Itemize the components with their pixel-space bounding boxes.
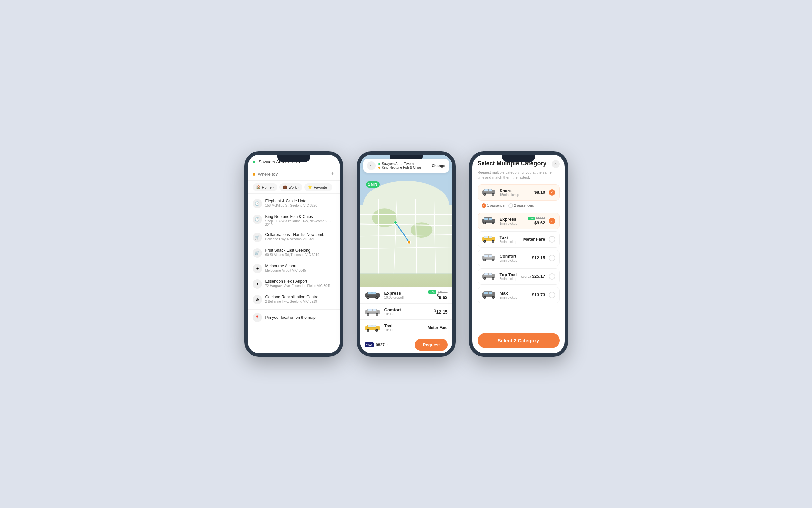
svg-point-30 — [376, 313, 378, 315]
map-svg — [360, 155, 452, 287]
svg-rect-49 — [484, 218, 488, 220]
favorite-arrow: › — [328, 185, 329, 189]
loc-info-4: Melbourne Airport Melbourne Airport VIC … — [266, 264, 306, 272]
svg-point-38 — [376, 330, 377, 331]
search-input[interactable] — [258, 172, 329, 177]
share-checkbox[interactable]: ✓ — [548, 189, 555, 196]
add-button[interactable]: + — [331, 171, 335, 178]
nav-work-label: Work — [288, 185, 297, 189]
search-row[interactable]: + — [247, 168, 340, 180]
category-express[interactable]: Express 1min pickup -5% $10.13 $9.62 ✓ — [478, 213, 560, 229]
eta-badge: 1 MIN — [366, 181, 380, 187]
back-button[interactable]: ← — [367, 161, 376, 170]
category-subtitle: Request multiple category for you at the… — [478, 170, 560, 180]
category-comfort[interactable]: Comfort 3min pickup $12.15 — [478, 250, 560, 266]
express-cat-name: Express — [500, 217, 525, 222]
svg-point-62 — [492, 241, 494, 242]
svg-rect-50 — [489, 218, 492, 220]
list-item[interactable]: 🛒 Fruit Shack East Geelong 60 St Albans … — [247, 245, 340, 261]
category-top-taxi[interactable]: Top Taxi 5min pickup Approx $25.17 — [478, 268, 560, 285]
comfort-car-icon — [365, 307, 381, 316]
nav-home[interactable]: 🏠 Home › — [253, 183, 277, 191]
svg-point-22 — [376, 297, 377, 298]
comfort-time: 10:05 — [384, 312, 431, 316]
route-header-card: ← Sawyers Arms Tavern King Neptune Fish … — [363, 159, 449, 173]
pass-opt-2[interactable]: 2 passengers — [508, 203, 534, 208]
screen-2: ← Sawyers Arms Tavern King Neptune Fish … — [360, 155, 452, 353]
svg-point-28 — [368, 313, 369, 315]
loc-addr-3: 60 St Albans Rd, Thomson VIC 3219 — [266, 253, 319, 257]
category-taxi[interactable]: Taxi 5min pickup Meter Fare — [478, 231, 560, 248]
svg-rect-42 — [489, 189, 492, 192]
express-cat-car-icon — [482, 216, 496, 225]
express-cat-checkbox[interactable]: ✓ — [548, 218, 555, 224]
loc-info-1: King Neptune Fish & Chips Shop 11/73-83 … — [266, 214, 335, 226]
svg-rect-33 — [368, 325, 372, 328]
svg-rect-26 — [373, 309, 376, 311]
taxi-time: 10:00 — [384, 328, 424, 332]
select-category-button[interactable]: Select 2 Category — [478, 333, 560, 348]
list-item[interactable]: 🕐 Elephant & Castle Hotel 158 McKillop S… — [247, 196, 340, 211]
loc-name-3: Fruit Shack East Geelong — [266, 248, 319, 253]
card-number: 0827 — [376, 343, 385, 347]
phone-3: Select Multiple Category × Request multi… — [469, 152, 568, 356]
loc-addr-1: Shop 11/73-83 Bellarine Hwy, Newcomb VIC… — [266, 219, 335, 226]
nav-favorite-label: Favorite — [314, 185, 327, 189]
svg-point-44 — [484, 194, 485, 195]
pass-2-check — [508, 203, 513, 208]
top-taxi-cat-time: 5min pickup — [500, 277, 518, 281]
max-cat-checkbox[interactable] — [548, 292, 555, 298]
payment-chevron: › — [387, 343, 388, 347]
destination-label: King Neptune Fish & Chips — [382, 166, 422, 169]
loc-info-3: Fruit Shack East Geelong 60 St Albans Rd… — [266, 248, 319, 257]
list-item[interactable]: ⊕ Geelong Rehabilitation Centre 2 Bellar… — [247, 292, 340, 307]
express-price: -5% $10.13 $9.62 — [428, 290, 448, 300]
payment-row[interactable]: VISA 0827 › — [365, 342, 413, 347]
pass-1-check: ✓ — [481, 203, 486, 208]
pass-opt-1[interactable]: ✓ 1 passenger — [481, 203, 506, 208]
max-cat-time: 2min pickup — [500, 296, 529, 299]
taxi-price: Meter Fare — [428, 326, 448, 330]
loc-icon-1: 🕐 — [253, 215, 262, 224]
ride-express[interactable]: Express 10:00 dropoff -5% $10.13 $9.62 — [360, 287, 452, 304]
express-cat-discount: -5% — [528, 217, 535, 220]
loc-icon-5: ✈ — [253, 280, 262, 289]
pass-2-label: 2 passengers — [514, 204, 534, 207]
svg-rect-41 — [484, 189, 488, 192]
screen-1: Sawyers Arms Tavern + 🏠 Home › 💼 Work › — [247, 155, 340, 353]
list-item[interactable]: ✈ Melbourne Airport Melbourne Airport VI… — [247, 261, 340, 276]
express-cat-price: -5% $10.13 $9.62 — [528, 217, 545, 225]
change-button[interactable]: Change — [432, 164, 445, 168]
list-item[interactable]: 🕐 King Neptune Fish & Chips Shop 11/73-8… — [247, 211, 340, 229]
max-cat-price: $13.73 — [532, 292, 545, 297]
share-time: 15min pickup — [500, 193, 531, 197]
share-info: Share 15min pickup — [500, 188, 531, 197]
svg-point-36 — [368, 330, 369, 331]
taxi-cat-checkbox[interactable] — [548, 236, 555, 243]
notch-3 — [502, 155, 535, 162]
list-item[interactable]: ✈ Essendon Fields Airport 72 Hargrave Av… — [247, 276, 340, 292]
top-taxi-cat-info: Top Taxi 5min pickup — [500, 272, 518, 281]
comfort-cat-checkbox[interactable] — [548, 255, 555, 261]
ride-comfort[interactable]: Comfort 10:05 $12.15 — [360, 304, 452, 320]
category-max[interactable]: Max 2min pickup $13.73 — [478, 287, 560, 303]
loc-info-5: Essendon Fields Airport 72 Hargrave Ave,… — [266, 279, 331, 288]
comfort-price: $12.15 — [434, 308, 448, 314]
nav-favorite[interactable]: ⭐ Favorite › — [304, 183, 332, 191]
loc-name-6: Geelong Rehabilitation Centre — [266, 295, 319, 299]
origin-dot — [253, 161, 255, 163]
comfort-cat-time: 3min pickup — [500, 259, 529, 262]
route-info: Sawyers Arms Tavern King Neptune Fish & … — [378, 162, 429, 169]
category-share[interactable]: Share 15min pickup $8.10 ✓ — [478, 184, 560, 201]
loc-icon-0: 🕐 — [253, 199, 262, 208]
list-item[interactable]: 🛒 Cellarbrations - Nardi's Newcomb Bella… — [247, 229, 340, 245]
ride-taxi[interactable]: Taxi 10:00 Meter Fare — [360, 320, 452, 336]
pin-location-row[interactable]: 📍 Pin your location on the map — [247, 309, 340, 326]
close-button[interactable]: × — [552, 160, 560, 168]
request-button[interactable]: Request — [415, 339, 447, 350]
top-taxi-approx: Approx — [521, 275, 532, 279]
nav-work[interactable]: 💼 Work › — [279, 183, 302, 191]
destination-point: King Neptune Fish & Chips — [378, 166, 429, 169]
rides-list: Express 10:00 dropoff -5% $10.13 $9.62 — [360, 287, 452, 336]
top-taxi-cat-checkbox[interactable] — [548, 273, 555, 280]
